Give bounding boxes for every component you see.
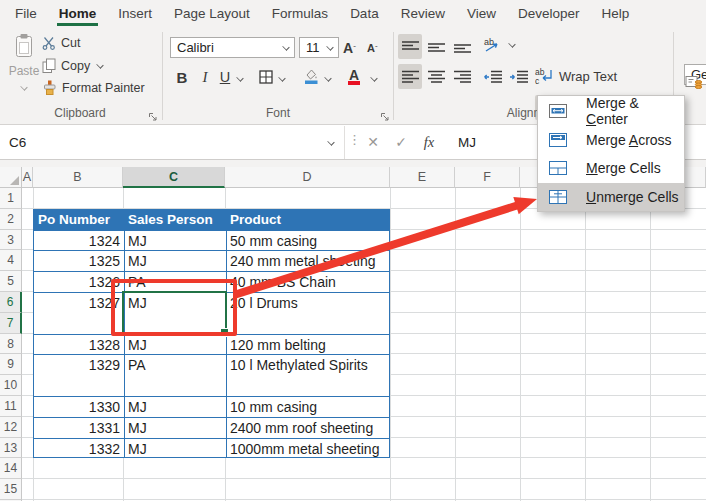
tab-view[interactable]: View: [456, 0, 507, 27]
middle-align-button[interactable]: [424, 34, 448, 59]
cell-D8[interactable]: 120 mm belting: [230, 335, 326, 356]
paste-dropdown-icon[interactable]: [20, 84, 29, 92]
tab-page-layout[interactable]: Page Layout: [163, 0, 261, 27]
cell-B11[interactable]: 1330: [34, 397, 120, 418]
insert-function-icon[interactable]: fx: [416, 126, 442, 159]
row-header-12[interactable]: 12: [0, 417, 22, 438]
align-center-button[interactable]: [424, 64, 448, 89]
name-box[interactable]: C6: [0, 126, 345, 159]
cell-D13[interactable]: 1000mm metal sheeting: [230, 439, 379, 460]
row-header-2[interactable]: 2: [0, 209, 22, 230]
borders-button[interactable]: [258, 65, 274, 89]
font-name-combo[interactable]: Calibri: [170, 37, 295, 58]
tab-review[interactable]: Review: [390, 0, 456, 27]
cell-C3[interactable]: MJ: [128, 231, 147, 252]
cell-B12[interactable]: 1331: [34, 418, 120, 439]
align-left-button[interactable]: [398, 64, 422, 89]
cell-B4[interactable]: 1325: [34, 251, 120, 272]
cell-C9[interactable]: PA: [128, 355, 146, 376]
header-cell[interactable]: Po Number: [38, 210, 110, 230]
cell-D3[interactable]: 50 mm casing: [230, 231, 317, 252]
tab-help[interactable]: Help: [591, 0, 641, 27]
column-header-C[interactable]: C: [123, 167, 225, 188]
menu-item-merge-center[interactable]: Merge & Center: [538, 97, 684, 126]
font-color-dropdown-icon[interactable]: [370, 67, 379, 91]
format-painter-button[interactable]: Format Painter: [42, 80, 145, 96]
bold-button[interactable]: B: [172, 65, 192, 89]
cell-B6[interactable]: 1327: [34, 293, 120, 314]
tab-developer[interactable]: Developer: [507, 0, 591, 27]
cell-D12[interactable]: 2400 mm roof sheeting: [230, 418, 373, 439]
row-header-1[interactable]: 1: [0, 188, 22, 209]
enter-icon[interactable]: ✓: [388, 126, 414, 159]
cell-B9[interactable]: 1329: [34, 355, 120, 376]
row-header-11[interactable]: 11: [0, 396, 22, 417]
font-size-dropdown-icon[interactable]: [326, 44, 335, 52]
row-header-4[interactable]: 4: [0, 250, 22, 271]
cell-B13[interactable]: 1332: [34, 439, 120, 460]
row-header-14[interactable]: 14: [0, 458, 22, 479]
tab-insert[interactable]: Insert: [107, 0, 163, 27]
cell-D11[interactable]: 10 mm casing: [230, 397, 317, 418]
top-align-button[interactable]: [398, 34, 422, 59]
paste-button[interactable]: Paste: [6, 33, 42, 103]
increase-font-button[interactable]: Aˆ: [343, 36, 356, 60]
borders-dropdown-icon[interactable]: [278, 67, 287, 91]
row-header-15[interactable]: 15: [0, 479, 22, 500]
font-name-dropdown-icon[interactable]: [282, 44, 291, 52]
row-header-9[interactable]: 9: [0, 354, 22, 375]
tab-file[interactable]: File: [4, 0, 48, 27]
cell-B8[interactable]: 1328: [34, 335, 120, 356]
tab-formulas[interactable]: Formulas: [261, 0, 339, 27]
cell-C12[interactable]: MJ: [128, 418, 147, 439]
cell-D6[interactable]: 20 l Drums: [230, 293, 298, 314]
tab-home[interactable]: Home: [48, 0, 108, 27]
copy-dropdown-icon[interactable]: [96, 62, 105, 70]
cell-C4[interactable]: MJ: [128, 251, 147, 272]
column-header-E[interactable]: E: [390, 167, 455, 188]
fill-color-button[interactable]: [302, 64, 320, 88]
menu-item-merge-cells[interactable]: Merge Cells: [538, 154, 684, 183]
font-dialog-launcher[interactable]: [380, 108, 391, 119]
column-header-D[interactable]: D: [225, 167, 390, 188]
row-header-7[interactable]: 7: [0, 313, 22, 334]
cell-C13[interactable]: MJ: [128, 439, 147, 460]
menu-item-unmerge-cells[interactable]: Unmerge Cells: [538, 183, 684, 212]
align-right-button[interactable]: [450, 64, 474, 89]
cell-B3[interactable]: 1324: [34, 231, 120, 252]
formula-bar-value[interactable]: MJ: [458, 126, 476, 159]
header-cell[interactable]: Product: [230, 210, 281, 230]
underline-dropdown-icon[interactable]: [236, 67, 245, 91]
cell-D5[interactable]: 40 mm BS Chain: [230, 272, 336, 293]
italic-button[interactable]: I: [196, 65, 214, 89]
column-header-A[interactable]: A: [22, 167, 33, 188]
row-header-8[interactable]: 8: [0, 334, 22, 355]
row-header-6[interactable]: 6: [0, 292, 22, 313]
bottom-align-button[interactable]: [450, 34, 474, 59]
menu-item-merge-across[interactable]: Merge Across: [538, 126, 684, 155]
increase-indent-button[interactable]: [507, 64, 531, 89]
column-header-B[interactable]: B: [33, 167, 123, 188]
wrap-text-button[interactable]: ab c Wrap Text: [535, 64, 617, 88]
orientation-button[interactable]: ab: [483, 36, 517, 53]
column-header-F[interactable]: F: [455, 167, 520, 188]
cell-C11[interactable]: MJ: [128, 397, 147, 418]
cell-D4[interactable]: 240 mm metal sheeting: [230, 251, 376, 272]
row-header-13[interactable]: 13: [0, 438, 22, 459]
header-cell[interactable]: Sales Person: [128, 210, 213, 230]
copy-button[interactable]: Copy: [42, 58, 105, 74]
cell-D9[interactable]: 10 l Methylated Spirits: [230, 355, 368, 376]
font-size-combo[interactable]: 11: [299, 37, 339, 58]
underline-button[interactable]: U: [216, 65, 234, 89]
cell-C8[interactable]: MJ: [128, 335, 147, 356]
tab-data[interactable]: Data: [339, 0, 390, 27]
font-color-button[interactable]: A: [348, 65, 360, 89]
fill-color-dropdown-icon[interactable]: [324, 67, 333, 91]
select-all-corner[interactable]: [0, 167, 22, 188]
clipboard-dialog-launcher[interactable]: [148, 108, 159, 119]
cut-button[interactable]: Cut: [42, 36, 80, 50]
row-header-10[interactable]: 10: [0, 375, 22, 396]
orientation-dropdown-icon[interactable]: [508, 41, 517, 49]
cell-B5[interactable]: 1326: [34, 272, 120, 293]
row-header-5[interactable]: 5: [0, 271, 22, 292]
